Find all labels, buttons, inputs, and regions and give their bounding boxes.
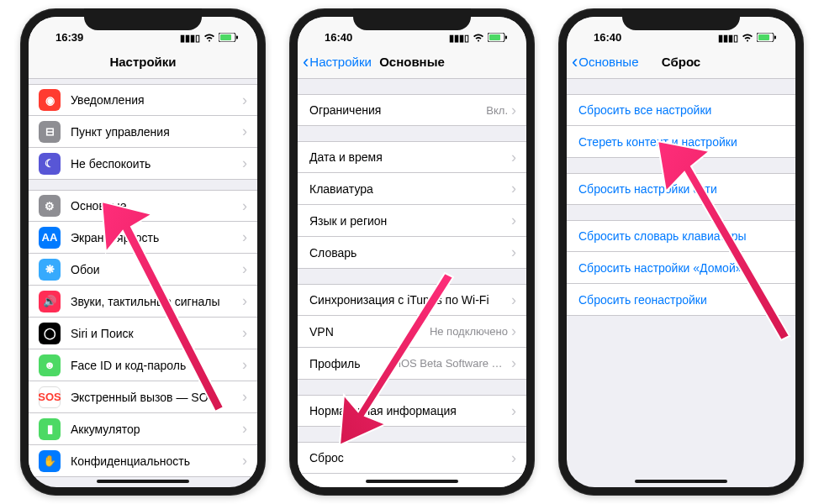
home-indicator bbox=[97, 480, 189, 483]
chevron-right-icon: › bbox=[511, 291, 516, 309]
settings-row[interactable]: Сбросить словарь клавиатуры bbox=[567, 220, 795, 252]
content[interactable]: ОграниченияВкл.›Дата и время›Клавиатура›… bbox=[298, 79, 526, 487]
settings-row[interactable]: ❋Обои› bbox=[29, 254, 257, 286]
row-icon: ◉ bbox=[39, 89, 61, 111]
status-time: 16:40 bbox=[589, 31, 621, 44]
row-icon: ✋ bbox=[39, 450, 61, 472]
settings-group: ◉Уведомления›⊟Пункт управления›☾Не беспо… bbox=[29, 84, 257, 180]
row-label: Конфиденциальность bbox=[71, 454, 242, 468]
row-label: Экран и яркость bbox=[71, 231, 242, 244]
svg-rect-7 bbox=[758, 34, 769, 40]
row-detail: Вкл. bbox=[486, 104, 508, 117]
chevron-right-icon: › bbox=[242, 155, 247, 172]
row-detail: iOS Beta Software Profile bbox=[399, 357, 508, 370]
wifi-icon bbox=[203, 34, 215, 44]
nav-bar: ‹Основные Сброс bbox=[567, 45, 795, 79]
row-label: Face ID и код-пароль bbox=[71, 359, 242, 372]
status-time: 16:40 bbox=[320, 31, 352, 44]
battery-icon bbox=[757, 33, 777, 44]
settings-row[interactable]: ◉Уведомления› bbox=[29, 84, 257, 116]
row-icon: ⚙ bbox=[39, 195, 61, 217]
signal-icon: ▮▮▮▯ bbox=[449, 33, 469, 44]
settings-row[interactable]: Сбросить все настройки bbox=[567, 94, 795, 126]
back-button[interactable]: ‹Основные bbox=[572, 53, 639, 71]
row-label: Основные bbox=[71, 199, 242, 213]
chevron-right-icon: › bbox=[242, 292, 247, 310]
svg-rect-5 bbox=[505, 36, 507, 39]
chevron-right-icon: › bbox=[511, 244, 516, 261]
chevron-right-icon: › bbox=[511, 354, 516, 372]
chevron-right-icon: › bbox=[242, 452, 247, 470]
svg-rect-4 bbox=[489, 34, 500, 40]
chevron-right-icon: › bbox=[511, 180, 516, 197]
status-icons: ▮▮▮▯ bbox=[180, 33, 239, 44]
row-icon: AA bbox=[39, 227, 61, 249]
settings-row[interactable]: ▮Аккумулятор› bbox=[29, 413, 257, 445]
row-label: Дата и время bbox=[309, 150, 511, 164]
row-label: Звуки, тактильные сигналы bbox=[71, 295, 242, 308]
settings-row[interactable]: ОграниченияВкл.› bbox=[298, 94, 526, 126]
back-button[interactable]: ‹Настройки bbox=[303, 53, 372, 71]
battery-icon bbox=[219, 33, 239, 44]
status-icons: ▮▮▮▯ bbox=[718, 33, 777, 44]
settings-row[interactable]: Словарь› bbox=[298, 237, 526, 269]
row-label: Сбросить словарь клавиатуры bbox=[578, 229, 785, 243]
settings-row[interactable]: AAЭкран и яркость› bbox=[29, 222, 257, 254]
settings-row[interactable]: Нормативная информация› bbox=[298, 395, 526, 427]
row-label: Сбросить настройки сети bbox=[578, 182, 785, 196]
settings-row[interactable]: Сброс› bbox=[298, 442, 526, 474]
settings-group: Синхронизация с iTunes по Wi-Fi›VPNНе по… bbox=[298, 284, 526, 380]
home-indicator bbox=[635, 480, 727, 483]
chevron-right-icon: › bbox=[242, 228, 247, 246]
chevron-right-icon: › bbox=[242, 356, 247, 374]
row-icon: 🔊 bbox=[39, 291, 61, 312]
chevron-right-icon: › bbox=[511, 402, 516, 420]
settings-row[interactable]: ☻Face ID и код-пароль› bbox=[29, 349, 257, 381]
row-label: Сбросить настройки «Домой» bbox=[578, 261, 785, 275]
settings-row[interactable]: ⊟Пункт управления› bbox=[29, 116, 257, 148]
content[interactable]: ◉Уведомления›⊟Пункт управления›☾Не беспо… bbox=[29, 74, 257, 487]
settings-row[interactable]: ✋Конфиденциальность› bbox=[29, 445, 257, 477]
settings-row[interactable]: 🔊Звуки, тактильные сигналы› bbox=[29, 286, 257, 318]
settings-row[interactable]: Синхронизация с iTunes по Wi-Fi› bbox=[298, 284, 526, 316]
phone-settings: 16:39 ▮▮▮▯ Настройки ◉Уведомления›⊟Пункт… bbox=[20, 8, 266, 496]
row-label: Словарь bbox=[309, 246, 511, 260]
row-icon: ☾ bbox=[39, 153, 61, 175]
row-label: Стереть контент и настройки bbox=[578, 135, 785, 149]
wifi-icon bbox=[473, 34, 484, 44]
nav-title: Настройки bbox=[109, 55, 176, 69]
settings-row[interactable]: ПрофильiOS Beta Software Profile› bbox=[298, 348, 526, 380]
nav-bar: Настройки bbox=[29, 45, 257, 79]
chevron-right-icon: › bbox=[242, 420, 247, 438]
row-label: Экстренный вызов — SOS bbox=[71, 391, 242, 404]
row-label: Сброс bbox=[309, 451, 511, 465]
chevron-right-icon: › bbox=[511, 212, 516, 229]
chevron-right-icon: › bbox=[242, 388, 247, 406]
settings-row[interactable]: VPNНе подключено› bbox=[298, 316, 526, 348]
nav-title: Сброс bbox=[662, 55, 700, 69]
status-bar: 16:39 ▮▮▮▯ bbox=[29, 17, 257, 45]
chevron-right-icon: › bbox=[242, 92, 247, 109]
settings-row[interactable]: Сбросить настройки сети bbox=[567, 173, 795, 205]
settings-row[interactable]: Клавиатура› bbox=[298, 173, 526, 205]
chevron-left-icon: ‹ bbox=[303, 53, 309, 71]
content[interactable]: Сбросить все настройкиСтереть контент и … bbox=[567, 79, 795, 487]
settings-row[interactable]: Стереть контент и настройки bbox=[567, 126, 795, 158]
settings-row[interactable]: Сбросить настройки «Домой» bbox=[567, 252, 795, 284]
settings-row[interactable]: ⚙Основные› bbox=[29, 190, 257, 222]
settings-row[interactable]: Дата и время› bbox=[298, 141, 526, 173]
settings-row[interactable]: SOSЭкстренный вызов — SOS› bbox=[29, 381, 257, 413]
chevron-right-icon: › bbox=[511, 323, 516, 340]
row-label: VPN bbox=[309, 325, 430, 339]
row-label: Аккумулятор bbox=[71, 423, 242, 436]
row-label: Siri и Поиск bbox=[71, 327, 242, 340]
settings-row[interactable]: Язык и регион› bbox=[298, 205, 526, 237]
settings-row[interactable]: ◯Siri и Поиск› bbox=[29, 318, 257, 349]
row-icon: ▮ bbox=[39, 418, 61, 440]
settings-row[interactable]: ☾Не беспокоить› bbox=[29, 148, 257, 180]
chevron-right-icon: › bbox=[511, 102, 516, 119]
signal-icon: ▮▮▮▯ bbox=[180, 33, 200, 44]
settings-row[interactable]: Сбросить геонастройки bbox=[567, 284, 795, 316]
chevron-right-icon: › bbox=[242, 324, 247, 342]
row-label: Клавиатура bbox=[309, 182, 511, 196]
